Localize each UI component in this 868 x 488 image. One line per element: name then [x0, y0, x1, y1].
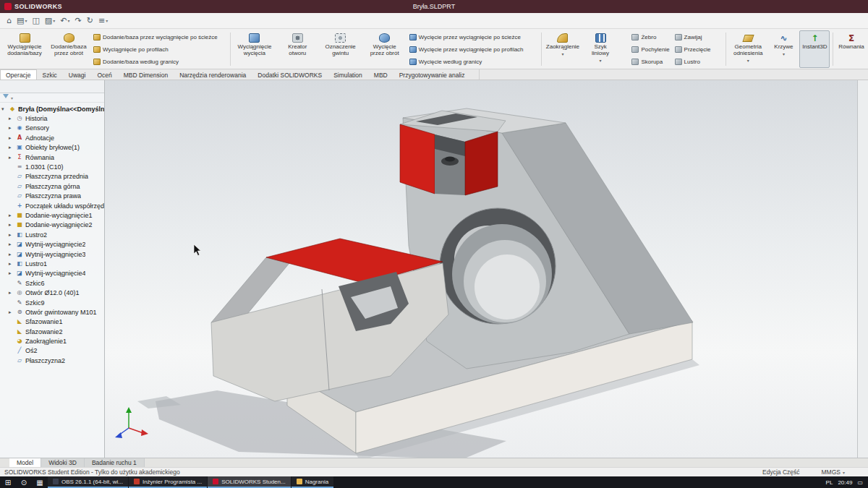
- tree-item[interactable]: ▸ Lustro2: [0, 230, 104, 239]
- tree-item[interactable]: ▸ Wytnij-wyciągnięcie2: [0, 239, 104, 249]
- expand-arrow-icon[interactable]: ▸: [9, 116, 14, 121]
- thread-button[interactable]: Oznaczenie gwintu: [319, 30, 362, 68]
- cut-small-button[interactable]: Wycięcie przez wyciągnięcie po profilach: [407, 43, 539, 55]
- expand-arrow-icon[interactable]: ▸: [9, 135, 14, 141]
- modify-small-button[interactable]: Skorupa: [629, 56, 671, 67]
- tree-item[interactable]: ▸ Sfazowanie1: [0, 317, 104, 327]
- expand-arrow-icon[interactable]: ▸: [9, 290, 14, 296]
- tree-item[interactable]: ▸ Szkic9: [0, 298, 104, 307]
- dropdown-arrow-icon[interactable]: ▾: [561, 51, 563, 56]
- tree-item[interactable]: ▸ Płaszczyzna przednia: [0, 172, 104, 181]
- equations-button[interactable]: Σ Równania: [836, 30, 867, 68]
- dropdown-arrow-icon[interactable]: ▾: [106, 18, 108, 23]
- ribbon-tab[interactable]: Dodatki SOLIDWORKS: [252, 69, 328, 80]
- fillet-button[interactable]: Zaokrąglenie ▾: [544, 30, 582, 68]
- document-tab[interactable]: Model: [9, 458, 41, 467]
- start-button[interactable]: ⊞: [0, 476, 16, 488]
- filter-funnel-icon[interactable]: [3, 94, 9, 101]
- ribbon-tab[interactable]: MBD: [368, 69, 393, 80]
- expand-arrow-icon[interactable]: ▸: [9, 213, 14, 218]
- expand-arrow-icon[interactable]: ▸: [9, 241, 14, 247]
- modify-small-button[interactable]: Lustro: [673, 56, 713, 67]
- expand-arrow-icon[interactable]: ▾: [1, 106, 7, 112]
- clock[interactable]: 20:49: [838, 479, 852, 486]
- language-indicator[interactable]: PL: [826, 479, 833, 486]
- tree-item[interactable]: ▸ Historia: [0, 114, 104, 123]
- expand-arrow-icon[interactable]: ▸: [9, 222, 14, 228]
- taskbar-app-solidworks[interactable]: SOLIDWORKS Studen...: [208, 476, 290, 488]
- tree-item[interactable]: ▸ Dodanie-wyciągnięcie2: [0, 221, 104, 230]
- cap-red-left-face[interactable]: [400, 124, 435, 194]
- document-tab[interactable]: Badanie ruchu 1: [85, 458, 145, 467]
- modify-small-button[interactable]: Pochylenie: [629, 43, 671, 55]
- tree-item[interactable]: ▸ Otwór gwintowany M101: [0, 307, 104, 317]
- tree-item[interactable]: ▸ Sensory: [0, 124, 104, 133]
- tree-item[interactable]: ▸ Szkic6: [0, 278, 104, 288]
- modify-small-button[interactable]: Zawijaj: [673, 31, 713, 43]
- dropdown-arrow-icon[interactable]: ▾: [747, 58, 749, 63]
- expand-arrow-icon[interactable]: ▸: [9, 125, 14, 131]
- document-tab[interactable]: Widoki 3D: [41, 458, 85, 467]
- dropdown-arrow-icon[interactable]: ▾: [67, 18, 69, 23]
- tree-item[interactable]: ▸ Równania: [0, 153, 104, 162]
- ribbon-tab[interactable]: Oceń: [91, 69, 117, 80]
- expand-arrow-icon[interactable]: ▸: [9, 232, 14, 238]
- dropdown-arrow-icon[interactable]: ▾: [783, 51, 785, 56]
- tree-item[interactable]: ▸ Oś2: [0, 346, 104, 356]
- expand-arrow-icon[interactable]: ▸: [9, 309, 14, 315]
- task-view-button[interactable]: ▦: [32, 476, 48, 488]
- taskbar-app-obs[interactable]: OBS 26.1.1 (64-bit, wi...: [48, 476, 128, 488]
- tree-item[interactable]: ▸ Płaszczyzna2: [0, 356, 104, 365]
- save-icon[interactable]: ◫: [30, 16, 41, 25]
- linear-pattern-button[interactable]: Szyk liniowy ▾: [582, 30, 618, 68]
- cap-red-right-face[interactable]: [465, 132, 498, 195]
- boss-small-button[interactable]: Dodanie/baza według granicy: [91, 56, 228, 67]
- tree-item[interactable]: ▸ Płaszczyzna prawa: [0, 192, 104, 201]
- dropdown-arrow-icon[interactable]: ▾: [600, 58, 602, 63]
- extruded-cut-button[interactable]: Wyciągnięcie wycięcia: [233, 30, 276, 68]
- dropdown-arrow-icon[interactable]: ▾: [53, 18, 55, 23]
- hole-wizard-button[interactable]: Kreator otworu: [277, 30, 318, 68]
- new-document-icon[interactable]: ▤ ▾: [14, 16, 29, 25]
- boss-small-button[interactable]: Wyciągnięcie po profilach: [91, 43, 228, 55]
- tree-item[interactable]: ▾ Bryła (Domyślna<<Domyślna>_S: [0, 104, 104, 114]
- undo-icon[interactable]: ↶ ▾: [58, 16, 72, 25]
- tree-item[interactable]: ▸ Początek układu współrzędnych: [0, 201, 104, 210]
- ribbon-tab[interactable]: Przygotowywanie analiz: [393, 69, 471, 80]
- notification-center-icon[interactable]: ▭: [857, 479, 863, 486]
- ribbon-tab[interactable]: Simulation: [328, 69, 368, 80]
- taskbar-app-nagrania[interactable]: Nagrania: [292, 476, 333, 488]
- tree-item[interactable]: ▸ Zaokrąglenie1: [0, 336, 104, 346]
- part-model[interactable]: [105, 80, 857, 458]
- filter-dropdown-icon[interactable]: ▾: [11, 95, 13, 100]
- expand-arrow-icon[interactable]: ▸: [9, 145, 14, 150]
- ribbon-tab[interactable]: Operacje: [0, 69, 37, 80]
- tree-item[interactable]: ▸ 1.0301 (C10): [0, 162, 104, 171]
- tree-item[interactable]: ▸ Wytnij-wyciągnięcie3: [0, 249, 104, 259]
- cut-small-button[interactable]: Wycięcie według granicy: [407, 56, 539, 67]
- options-icon[interactable]: ≡ ▾: [96, 16, 110, 25]
- instant3d-button[interactable]: ↑ Instant3D: [799, 30, 830, 68]
- graphics-viewport[interactable]: [0, 80, 868, 458]
- expand-arrow-icon[interactable]: ▸: [9, 261, 14, 267]
- tree-item[interactable]: ▸ Adnotacje: [0, 133, 104, 142]
- revolved-boss-button[interactable]: Dodanie/baza przez obrót: [47, 30, 90, 68]
- revolved-cut-button[interactable]: Wycięcie przez obrót: [363, 30, 407, 68]
- ribbon-tab[interactable]: Szkic: [37, 69, 63, 80]
- print-icon[interactable]: ▨ ▾: [43, 16, 57, 25]
- taskbar-app-browser[interactable]: Inżynier Programista ...: [129, 476, 207, 488]
- modify-small-button[interactable]: Żebro: [629, 31, 671, 43]
- rebuild-icon[interactable]: ↻: [85, 16, 95, 25]
- redo-icon[interactable]: ↷: [72, 16, 83, 25]
- cut-small-button[interactable]: Wycięcie przez wyciągnięcie po ścieżce: [407, 31, 539, 43]
- ribbon-tab[interactable]: MBD Dimension: [118, 69, 174, 80]
- extruded-boss-button[interactable]: Wyciągnięcie dodania/bazy: [3, 30, 46, 68]
- tree-item[interactable]: ▸ Sfazowanie2: [0, 327, 104, 336]
- modify-small-button[interactable]: Przecięcie: [673, 43, 713, 55]
- tree-item[interactable]: ▸ Lustro1: [0, 259, 104, 268]
- curves-button[interactable]: ∿ Krzywe ▾: [768, 30, 799, 68]
- dropdown-arrow-icon[interactable]: ▾: [25, 18, 27, 23]
- expand-arrow-icon[interactable]: ▸: [9, 252, 14, 257]
- tree-item[interactable]: ▸ Płaszczyzna górna: [0, 181, 104, 191]
- units-selector[interactable]: MMGS▾: [822, 468, 845, 476]
